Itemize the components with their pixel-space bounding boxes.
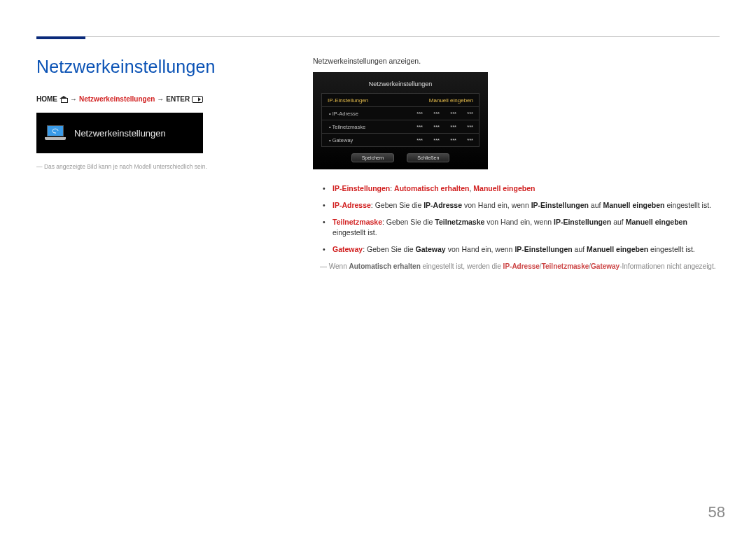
panel-header-value: Manuell eingeben [385, 97, 479, 104]
arrow-icon: → [70, 95, 77, 103]
settings-panel: Netzwerkeinstellungen IP-Einstellungen M… [313, 72, 488, 169]
breadcrumb: HOME → Netzwerkeinstellungen → ENTER [36, 95, 288, 103]
panel-row-ip[interactable]: IP-Adresse *** *** *** *** [321, 106, 479, 120]
footnote-right: Wenn Automatisch erhalten eingestellt is… [313, 261, 720, 272]
ip-octet: *** [440, 111, 456, 117]
description-list: IP-Einstellungen: Automatisch erhalten, … [313, 183, 720, 255]
term: Gateway [332, 245, 363, 253]
panel-header-label: IP-Einstellungen [322, 97, 385, 104]
network-laptop-icon [45, 125, 66, 141]
enter-icon [192, 96, 203, 103]
panel-header-row[interactable]: IP-Einstellungen Manuell eingeben [321, 93, 479, 107]
breadcrumb-item: Netzwerkeinstellungen [79, 95, 155, 103]
page-number: 58 [708, 503, 725, 521]
list-item: IP-Adresse: Geben Sie die IP-Adresse von… [332, 200, 720, 211]
panel-row-subnet[interactable]: Teilnetzmaske *** *** *** *** [321, 120, 479, 134]
intro-text: Netzwerkeinstellungen anzeigen. [313, 57, 720, 65]
footnote-left: Das angezeigte Bild kann je nach Modell … [36, 163, 288, 171]
list-item: IP-Einstellungen: Automatisch erhalten, … [332, 183, 720, 195]
ip-octet: *** [456, 111, 473, 117]
breadcrumb-enter: ENTER [166, 95, 190, 103]
save-button[interactable]: Speichern [351, 153, 395, 162]
term: IP-Einstellungen [332, 184, 390, 192]
ip-octet: *** [440, 124, 456, 130]
svg-point-0 [55, 132, 56, 134]
ip-octet: *** [423, 137, 440, 143]
row-label: Teilnetzmaske [322, 124, 385, 130]
ip-octet: *** [456, 124, 473, 130]
breadcrumb-home: HOME [36, 95, 57, 103]
page-top-rule [36, 36, 720, 37]
page-top-accent [36, 36, 85, 39]
ip-octet: *** [406, 124, 423, 130]
ip-octet: *** [423, 124, 440, 130]
ip-octet: *** [456, 137, 473, 143]
ip-octet: *** [406, 137, 423, 143]
page-title: Netzwerkeinstellungen [36, 57, 288, 77]
ip-octet: *** [423, 111, 440, 117]
option: Manuell eingeben [473, 184, 535, 192]
ip-octet: *** [406, 111, 423, 117]
menu-card: Netzwerkeinstellungen [36, 113, 203, 153]
close-button[interactable]: Schließen [407, 153, 449, 162]
arrow-icon: → [157, 95, 164, 103]
list-item: Gateway: Geben Sie die Gateway von Hand … [332, 244, 720, 255]
ip-octet: *** [440, 137, 456, 143]
panel-row-gateway[interactable]: Gateway *** *** *** *** [321, 133, 479, 147]
term: IP-Adresse [332, 201, 371, 209]
panel-title: Netzwerkeinstellungen [313, 79, 488, 93]
option: Automatisch erhalten [394, 184, 469, 192]
home-icon [59, 96, 68, 103]
row-label: IP-Adresse [322, 111, 385, 117]
row-label: Gateway [322, 137, 385, 143]
list-item: Teilnetzmaske: Geben Sie die Teilnetzmas… [332, 217, 720, 239]
menu-card-label: Netzwerkeinstellungen [74, 128, 166, 139]
term: Teilnetzmaske [332, 218, 382, 226]
